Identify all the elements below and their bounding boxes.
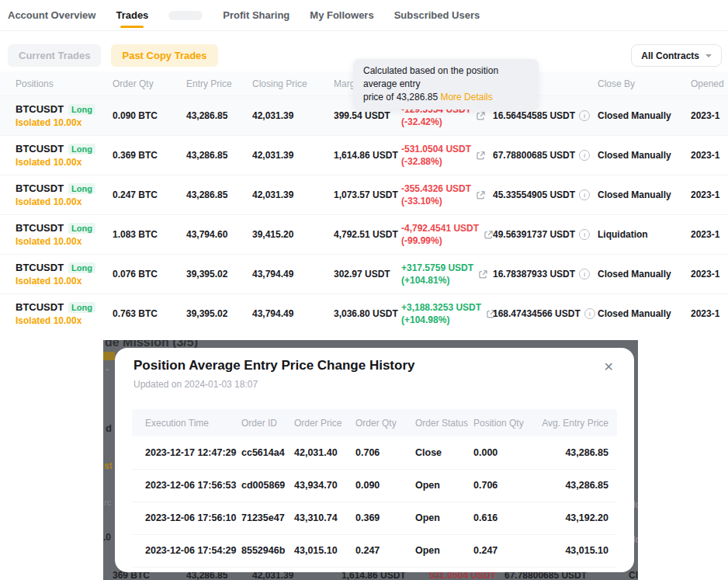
pnl-percent: (-33.10%) (401, 195, 471, 207)
execution-time: 2023-12-06 17:56:10 (145, 512, 236, 523)
execution-time: 2023-12-17 12:47:29 (145, 447, 236, 458)
funding-value: 16.56454585 USDT (493, 110, 575, 121)
pnl-percent: (+104.81%) (401, 274, 473, 287)
opened-time: 2023-1 (691, 269, 719, 280)
info-icon[interactable] (579, 150, 590, 161)
entry-price-history-modal: Position Average Entry Price Change Hist… (115, 348, 634, 572)
external-link-icon[interactable] (477, 191, 485, 200)
leverage-label: Isolated 10.00x (16, 117, 95, 128)
past-copy-trades-button[interactable]: Past Copy Trades (111, 44, 217, 67)
side-badge: Long (68, 302, 95, 313)
position-cell: BTCUSDT Long Isolated 10.00x (16, 262, 95, 287)
symbol: BTCUSDT (16, 143, 64, 155)
tooltip-line2: price of 43,286.85 (363, 92, 438, 102)
order-qty: 0.090 (355, 480, 380, 491)
closing-price: 43,794.49 (252, 269, 293, 280)
background-text-fragment: .0 (103, 532, 111, 543)
col-order-qty: Order Qty (113, 78, 154, 89)
info-icon[interactable] (584, 308, 595, 319)
col-execution-time: Execution Time (145, 418, 209, 429)
table-row[interactable]: BTCUSDT Long Isolated 10.00x 0.076 BTC 3… (0, 254, 728, 293)
col-entry-price: Entry Price (186, 78, 232, 89)
contracts-dropdown[interactable]: All Contracts (631, 44, 722, 67)
table-row[interactable]: BTCUSDT Long Isolated 10.00x 0.247 BTC 4… (0, 175, 728, 214)
order-id: cd005869 (241, 480, 285, 491)
close-by: Closed Manually (598, 110, 671, 121)
order-qty: 0.763 BTC (113, 308, 158, 319)
order-status: Close (415, 447, 442, 458)
chevron-down-icon (705, 54, 712, 57)
info-icon[interactable] (579, 269, 590, 280)
background-text-fragment: " (106, 367, 109, 377)
external-link-icon[interactable] (484, 231, 493, 239)
modal-table-row: 2023-12-06 17:56:10 71235e47 43,310.74 0… (132, 502, 617, 535)
funding-cell: 168.47434566 USDT (493, 308, 595, 319)
order-qty: 0.247 BTC (113, 189, 158, 200)
info-icon[interactable] (579, 189, 590, 200)
execution-time: 2023-12-06 17:54:29 (145, 545, 236, 556)
tab-account-overview[interactable]: Account Overview (8, 0, 95, 31)
avg-entry-price: 43,192.20 (565, 512, 608, 523)
modal-table-row: 2023-12-17 12:47:29 cc5614a4 42,031.40 0… (132, 436, 617, 470)
modal-updated-timestamp: Updated on 2024-01-03 18:07 (133, 379, 258, 390)
background-bar-fragment (103, 352, 115, 360)
col-positions: Positions (16, 78, 54, 89)
side-badge: Long (68, 183, 95, 194)
copy-trading-page: Account Overview Trades Profit Sharing M… (0, 0, 728, 580)
order-qty: 0.706 (355, 447, 380, 458)
info-icon[interactable] (579, 229, 590, 240)
side-badge: Long (68, 104, 95, 115)
position-qty: 0.000 (473, 447, 497, 458)
closing-price: 42,031.39 (252, 189, 293, 200)
tab-profit-sharing[interactable]: Profit Sharing (223, 0, 289, 31)
skeleton-badge (168, 11, 203, 20)
side-badge: Long (68, 144, 95, 155)
tab-my-followers[interactable]: My Followers (310, 0, 373, 31)
side-badge: Long (68, 223, 95, 234)
external-link-icon[interactable] (477, 151, 485, 160)
table-row[interactable]: BTCUSDT Long Isolated 10.00x 1.083 BTC 4… (0, 214, 728, 254)
leverage-label: Isolated 10.00x (16, 276, 95, 287)
close-by: Closed Manually (598, 269, 671, 280)
margin: 3,036.80 USDT (334, 308, 398, 319)
order-qty: 0.090 BTC (113, 110, 158, 121)
order-status: Open (415, 480, 440, 491)
order-qty: 0.369 (355, 512, 380, 523)
more-details-link[interactable]: More Details (440, 92, 492, 102)
side-badge: Long (68, 262, 95, 273)
pnl-value: +3,188.3253 USDT (401, 301, 481, 314)
funding-value: 45.33554905 USDT (493, 189, 575, 200)
table-row[interactable]: BTCUSDT Long Isolated 10.00x 0.763 BTC 3… (0, 293, 728, 333)
current-trades-button[interactable]: Current Trades (8, 44, 101, 67)
symbol: BTCUSDT (16, 182, 64, 194)
pnl-value: +317.5759 USDT (401, 262, 473, 274)
info-icon[interactable] (579, 110, 590, 121)
margin: 302.97 USDT (334, 269, 390, 280)
tab-subscribed-users[interactable]: Subscribed Users (394, 0, 480, 31)
entry-price: 43,286.85 (186, 110, 227, 121)
order-price: 42,031.40 (294, 447, 338, 458)
tooltip-line1: Calculated based on the position average… (363, 64, 529, 91)
external-link-icon[interactable] (479, 270, 487, 279)
col-avg-entry-price: Avg. Entry Price (542, 418, 608, 429)
opened-time: 2023-1 (691, 229, 719, 240)
symbol: BTCUSDT (16, 103, 64, 115)
funding-cell: 16.56454585 USDT (493, 110, 590, 121)
position-cell: BTCUSDT Long Isolated 10.00x (16, 301, 95, 326)
tab-trades[interactable]: Trades (116, 0, 148, 31)
order-price: 43,310.74 (294, 512, 338, 523)
background-close-by: Cl (629, 570, 638, 580)
table-row[interactable]: BTCUSDT Long Isolated 10.00x 0.369 BTC 4… (0, 135, 728, 175)
order-qty: 0.247 (355, 545, 380, 556)
pnl-cell: -531.0504 USDT (-32.88%) (401, 143, 485, 168)
funding-cell: 49.56391737 USDT (493, 229, 590, 240)
order-id: cc5614a4 (241, 447, 285, 458)
opened-time: 2023-1 (691, 150, 719, 161)
col-close-by: Close By (598, 78, 635, 89)
close-icon[interactable]: ✕ (604, 361, 614, 373)
close-by: Closed Manually (598, 189, 671, 200)
entry-price: 43,286.85 (186, 150, 227, 161)
close-by: Closed Manually (598, 150, 671, 161)
background-text-fragment: st (104, 460, 113, 471)
leverage-label: Isolated 10.00x (16, 157, 95, 168)
